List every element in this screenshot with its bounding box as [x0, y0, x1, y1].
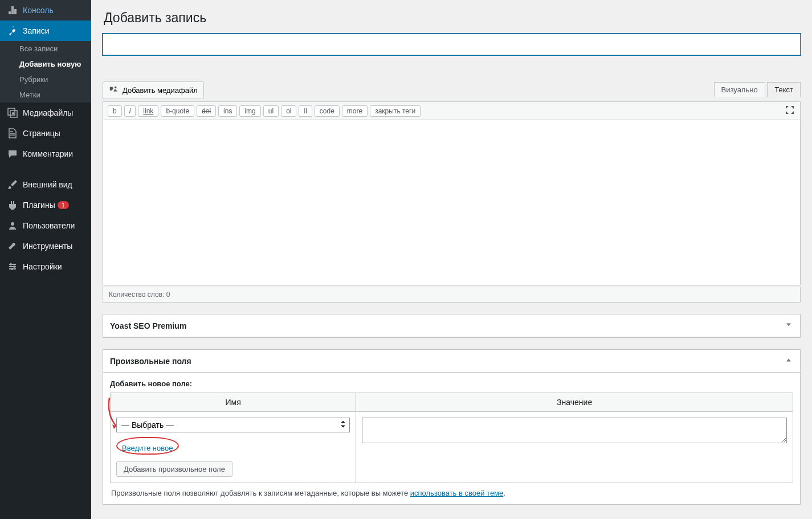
- tab-text[interactable]: Текст: [767, 82, 801, 97]
- cf-name-select[interactable]: — Выбрать —: [116, 418, 350, 432]
- cf-theme-link[interactable]: использовать в своей теме: [410, 489, 504, 497]
- sidebar-label: Медиафайлы: [23, 108, 73, 117]
- add-media-button[interactable]: Добавить медиафайл: [103, 81, 204, 99]
- custom-fields-table: Имя Значение — Выбрать —: [110, 393, 793, 483]
- tb-code[interactable]: code: [315, 105, 340, 117]
- svg-point-5: [10, 263, 12, 265]
- media-icon: [7, 107, 18, 118]
- brush-icon: [7, 179, 18, 190]
- fullscreen-icon[interactable]: [784, 104, 795, 117]
- tb-ul[interactable]: ul: [263, 105, 279, 117]
- submenu-add-new[interactable]: Добавить новую: [0, 56, 91, 72]
- tb-li[interactable]: li: [299, 105, 312, 117]
- cf-description: Произвольные поля позволяют добавлять к …: [110, 483, 793, 497]
- sidebar-item-plugins[interactable]: Плагины 1: [0, 195, 91, 215]
- metabox-cf-title: Произвольные поля: [110, 357, 191, 366]
- add-field-label: Добавить новое поле:: [110, 379, 793, 388]
- tb-ol[interactable]: ol: [281, 105, 296, 117]
- sidebar-item-users[interactable]: Пользователи: [0, 215, 91, 236]
- metabox-yoast: Yoast SEO Premium: [103, 314, 801, 338]
- metabox-cf-header[interactable]: Произвольные поля: [103, 350, 800, 373]
- media-add-icon: [109, 84, 119, 96]
- post-title-input[interactable]: [103, 34, 801, 55]
- comment-icon: [7, 148, 18, 160]
- sidebar-label: Плагины: [23, 201, 55, 210]
- tb-img[interactable]: img: [239, 105, 260, 117]
- tb-italic[interactable]: i: [124, 105, 136, 117]
- sidebar-item-pages[interactable]: Страницы: [0, 123, 91, 144]
- sidebar-label: Страницы: [23, 129, 60, 138]
- settings-icon: [7, 261, 18, 272]
- admin-sidebar: Консоль Записи Все записи Добавить новую…: [0, 0, 91, 519]
- editor-toolbar: b i link b-quote del ins img ul ol li co…: [103, 101, 801, 120]
- annotation-circle: Введите новое: [116, 437, 179, 455]
- tb-link[interactable]: link: [138, 105, 158, 117]
- svg-point-1: [11, 222, 14, 226]
- tb-more[interactable]: more: [342, 105, 368, 117]
- sidebar-label: Записи: [23, 26, 49, 35]
- svg-point-8: [115, 87, 117, 89]
- sidebar-label: Настройки: [23, 262, 62, 271]
- th-name: Имя: [111, 393, 356, 412]
- sidebar-label: Комментарии: [23, 149, 73, 158]
- sidebar-item-comments[interactable]: Комментарии: [0, 144, 91, 164]
- sidebar-item-posts[interactable]: Записи: [0, 21, 91, 41]
- add-custom-field-button[interactable]: Добавить произвольное поле: [116, 461, 232, 477]
- post-content-textarea[interactable]: [103, 120, 801, 285]
- chevron-down-icon: [784, 320, 793, 331]
- sidebar-label: Инструменты: [23, 242, 72, 251]
- tb-close-tags[interactable]: закрыть теги: [370, 105, 421, 117]
- word-count: Количество слов: 0: [103, 287, 801, 303]
- tb-ins[interactable]: ins: [218, 105, 237, 117]
- page-title: Добавить запись: [103, 0, 801, 34]
- metabox-yoast-title: Yoast SEO Premium: [110, 321, 186, 330]
- submenu-tags[interactable]: Метки: [0, 87, 91, 103]
- metabox-yoast-header[interactable]: Yoast SEO Premium: [103, 314, 800, 337]
- svg-point-6: [13, 265, 15, 268]
- sidebar-label: Внешний вид: [23, 180, 72, 189]
- sidebar-item-tools[interactable]: Инструменты: [0, 236, 91, 256]
- editor-tabs: Визуально Текст: [714, 81, 801, 97]
- sidebar-item-dashboard[interactable]: Консоль: [0, 0, 91, 21]
- sidebar-item-settings[interactable]: Настройки: [0, 256, 91, 277]
- add-media-label: Добавить медиафайл: [123, 86, 198, 95]
- dashboard-icon: [7, 5, 18, 16]
- tab-visual[interactable]: Визуально: [714, 82, 765, 97]
- svg-point-0: [12, 112, 14, 115]
- sidebar-item-appearance[interactable]: Внешний вид: [0, 174, 91, 195]
- sidebar-label: Пользователи: [23, 221, 75, 230]
- metabox-custom-fields: Произвольные поля Добавить новое поле: И…: [103, 349, 801, 505]
- plugin-update-badge: 1: [58, 201, 69, 209]
- enter-new-link[interactable]: Введите новое: [122, 444, 173, 452]
- sidebar-item-media[interactable]: Медиафайлы: [0, 103, 91, 123]
- sidebar-label: Консоль: [23, 6, 54, 15]
- plugin-icon: [7, 199, 18, 211]
- tb-bquote[interactable]: b-quote: [161, 105, 194, 117]
- sidebar-submenu: Все записи Добавить новую Рубрики Метки: [0, 41, 91, 103]
- tb-bold[interactable]: b: [108, 105, 122, 117]
- svg-point-7: [11, 268, 13, 270]
- users-icon: [7, 220, 18, 231]
- chevron-up-icon: [784, 355, 793, 366]
- submenu-categories[interactable]: Рубрики: [0, 72, 91, 87]
- main-content: Добавить запись Добавить медиафайл Визуа…: [91, 0, 812, 519]
- cf-value-textarea[interactable]: [362, 418, 787, 443]
- pin-icon: [7, 25, 18, 36]
- tb-del[interactable]: del: [197, 105, 216, 117]
- page-icon: [7, 128, 18, 139]
- th-value: Значение: [356, 393, 793, 412]
- submenu-all-posts[interactable]: Все записи: [0, 41, 91, 56]
- tools-icon: [7, 240, 18, 252]
